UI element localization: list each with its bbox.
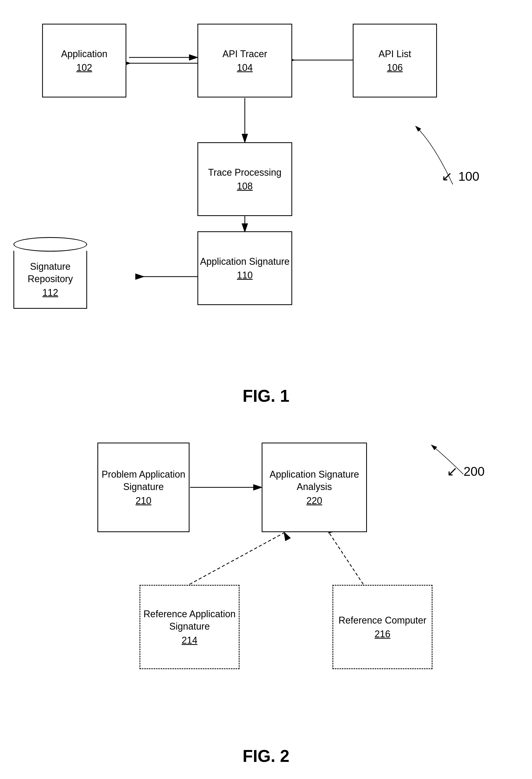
cylinder-body: Signature Repository 112 <box>13 251 87 309</box>
app-sig-analysis-label: Application Signature Analysis <box>262 468 366 493</box>
api-list-box: API List 106 <box>353 24 437 98</box>
fig1-label-arrow: ↙ <box>442 169 453 184</box>
fig2-title: FIG. 2 <box>0 746 532 766</box>
svg-line-12 <box>329 533 363 584</box>
app-signature-number: 110 <box>237 270 253 281</box>
fig1-section: Application 102 API Tracer 104 API List … <box>0 0 532 416</box>
problem-app-sig-label: Problem Application Signature <box>98 468 189 493</box>
api-tracer-box: API Tracer 104 <box>197 24 292 98</box>
fig1-diagram-number: ↙ 100 <box>442 169 479 184</box>
application-number: 102 <box>76 62 92 73</box>
svg-line-11 <box>190 533 284 584</box>
sig-repo-number: 112 <box>43 287 58 298</box>
app-signature-box: Application Signature 110 <box>197 231 292 305</box>
sig-repo-label: Signature Repository <box>14 260 86 285</box>
fig2-diagram-number: ↙ 200 <box>447 464 485 479</box>
cylinder-top <box>13 237 87 252</box>
api-list-label: API List <box>379 48 411 60</box>
ref-computer-box: Reference Computer 216 <box>332 585 433 669</box>
fig1-title: FIG. 1 <box>0 386 532 406</box>
trace-processing-box: Trace Processing 108 <box>197 142 292 216</box>
application-label: Application <box>61 48 108 60</box>
api-tracer-number: 104 <box>237 62 253 73</box>
trace-processing-label: Trace Processing <box>208 167 282 179</box>
signature-repository: Signature Repository 112 <box>13 237 87 309</box>
ref-computer-number: 216 <box>375 628 390 640</box>
ref-computer-label: Reference Computer <box>338 614 426 627</box>
app-sig-analysis-number: 220 <box>307 495 322 506</box>
ref-app-sig-label: Reference Application Signature <box>140 608 239 633</box>
problem-app-sig-number: 210 <box>136 495 151 506</box>
trace-processing-number: 108 <box>237 181 253 192</box>
api-tracer-label: API Tracer <box>222 48 267 60</box>
fig2-label-arrow: ↙ <box>447 464 458 479</box>
ref-app-sig-box: Reference Application Signature 214 <box>139 585 240 669</box>
app-sig-analysis-box: Application Signature Analysis 220 <box>262 442 367 532</box>
fig2-section: Problem Application Signature 210 Applic… <box>0 416 532 779</box>
problem-app-sig-box: Problem Application Signature 210 <box>97 442 190 532</box>
app-signature-label: Application Signature <box>200 255 289 268</box>
ref-app-sig-number: 214 <box>182 635 197 646</box>
api-list-number: 106 <box>387 62 403 73</box>
application-box: Application 102 <box>42 24 126 98</box>
